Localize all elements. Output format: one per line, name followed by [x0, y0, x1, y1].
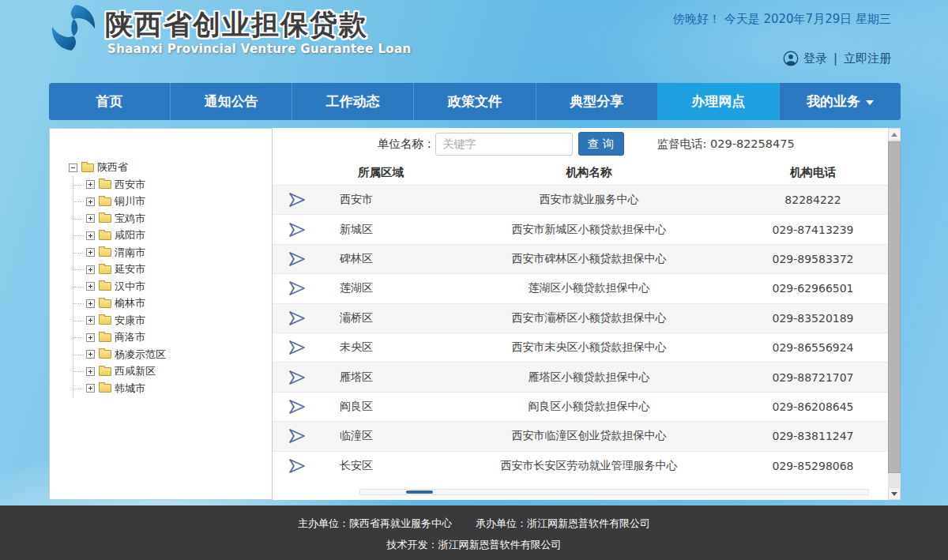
table-row[interactable]: 长安区 西安市长安区劳动就业管理服务中心 029-85298068	[273, 451, 888, 480]
vertical-scrollbar[interactable]	[888, 128, 901, 500]
tree-item[interactable]: 延安市	[86, 261, 272, 279]
arrow-right-icon[interactable]	[288, 458, 307, 474]
expand-icon[interactable]	[86, 265, 95, 274]
cell-region: 西安市	[322, 193, 440, 207]
login-link[interactable]: 登录	[803, 51, 827, 66]
table-row[interactable]: 雁塔区 雁塔区小额贷款担保中心 029-88721707	[273, 362, 888, 391]
nav-tab[interactable]: 工作动态	[292, 83, 413, 120]
cell-org-name: 西安市长安区劳动就业管理服务中心	[440, 459, 738, 473]
search-label: 单位名称：	[378, 137, 435, 152]
cell-org-name: 雁塔区小额贷款担保中心	[440, 370, 738, 385]
table-row[interactable]: 临潼区 西安市临潼区创业贷款担保中心 029-83811247	[273, 421, 888, 450]
expand-icon[interactable]	[86, 197, 95, 206]
chevron-down-icon	[866, 100, 874, 105]
folder-icon	[99, 265, 111, 274]
login-area: 登录 | 立即注册	[783, 51, 891, 66]
table-row[interactable]: 新城区 西安市新城区小额贷款担保中心 029-87413239	[273, 214, 888, 243]
folder-icon	[99, 299, 111, 308]
column-header-name: 机构名称	[440, 165, 738, 180]
expand-icon[interactable]	[86, 231, 95, 240]
folder-icon	[99, 350, 111, 359]
nav-tab[interactable]: 政策文件	[413, 83, 535, 120]
expand-icon[interactable]	[86, 299, 95, 308]
horizontal-scrollbar-thumb[interactable]	[406, 490, 433, 494]
arrow-right-icon[interactable]	[288, 399, 307, 415]
cell-phone: 029-83811247	[738, 430, 888, 442]
collapse-icon[interactable]	[69, 163, 77, 172]
tree-item[interactable]: 咸阳市	[86, 227, 272, 245]
main-nav: 首页 通知公告 工作动态 政策文件 典型分享 办理网点 我的业务	[49, 83, 901, 120]
register-link[interactable]: 立即注册	[844, 51, 891, 66]
table-row[interactable]: 未央区 西安市未央区小额贷款担保中心 029-86556924	[273, 333, 888, 362]
nav-tab[interactable]: 首页	[49, 83, 170, 120]
scroll-up-button[interactable]	[888, 128, 901, 141]
nav-tab-label: 我的业务	[807, 92, 860, 111]
nav-tab[interactable]: 通知公告	[170, 83, 292, 120]
expand-icon[interactable]	[86, 316, 95, 325]
arrow-right-icon[interactable]	[288, 428, 307, 444]
expand-icon[interactable]	[86, 350, 95, 359]
tree-item[interactable]: 韩城市	[86, 380, 272, 397]
tree-item[interactable]: 渭南市	[86, 244, 272, 261]
user-icon	[783, 51, 799, 66]
tree-item-label: 西安市	[115, 178, 145, 192]
cell-region: 灞桥区	[322, 311, 440, 325]
table-row[interactable]: 灞桥区 西安市灞桥区小额贷款担保中心 029-83520189	[273, 303, 888, 333]
table-row[interactable]: 西安市 西安市就业服务中心 82284222	[273, 185, 888, 214]
cell-phone: 029-86208645	[738, 400, 888, 413]
table-row[interactable]: 阎良区 阎良区小额贷款担保中心 029-86208645	[273, 392, 888, 421]
expand-icon[interactable]	[86, 248, 95, 257]
header: 陕西省创业担保贷款 Shaanxi Provincial Venture Gua…	[0, 0, 948, 83]
footer: 主办单位：陕西省再就业服务中心 承办单位：浙江网新恩普软件有限公司 技术开发：浙…	[0, 506, 948, 560]
horizontal-scrollbar[interactable]	[359, 489, 869, 495]
expand-icon[interactable]	[86, 367, 95, 376]
tree-item[interactable]: 宝鸡市	[86, 210, 272, 227]
search-bar: 单位名称： 查 询 监督电话: 029-82258475	[273, 128, 888, 160]
vertical-scrollbar-thumb[interactable]	[888, 141, 901, 473]
expand-icon[interactable]	[86, 282, 95, 291]
arrow-right-icon[interactable]	[288, 280, 307, 296]
expand-icon[interactable]	[86, 180, 95, 189]
tree-item-label: 安康市	[115, 314, 145, 328]
scroll-down-button[interactable]	[888, 487, 901, 500]
nav-tab[interactable]: 我的业务	[779, 83, 901, 120]
cell-phone: 029-88721707	[738, 371, 888, 384]
arrow-right-icon[interactable]	[288, 340, 307, 355]
tree-item[interactable]: 榆林市	[86, 295, 272, 313]
arrow-right-icon[interactable]	[288, 251, 307, 267]
tree-item[interactable]: 安康市	[86, 312, 272, 329]
tree-root-item[interactable]: 陕西省	[69, 159, 272, 176]
nav-tab[interactable]: 办理网点	[657, 83, 779, 120]
cell-org-name: 西安市未央区小额贷款担保中心	[440, 340, 738, 355]
cell-phone: 82284222	[738, 194, 888, 206]
nav-tab[interactable]: 典型分享	[536, 83, 657, 120]
cell-region: 碑林区	[322, 252, 440, 266]
search-input[interactable]	[435, 133, 573, 156]
cell-org-name: 西安市灞桥区小额贷款担保中心	[440, 311, 738, 325]
search-button[interactable]: 查 询	[578, 132, 624, 156]
arrow-right-icon[interactable]	[288, 370, 307, 385]
cell-region: 新城区	[322, 223, 440, 237]
tree-item[interactable]: 商洛市	[86, 329, 272, 347]
table-row[interactable]: 碑林区 西安市碑林区小额贷款担保中心 029-89583372	[273, 244, 888, 273]
branch-table-region: 单位名称： 查 询 监督电话: 029-82258475 所属区域 机构名称 机…	[273, 128, 888, 500]
folder-icon	[99, 316, 111, 325]
tree-item[interactable]: 西安市	[86, 176, 272, 194]
expand-icon[interactable]	[86, 384, 95, 393]
tree-item[interactable]: 铜川市	[86, 194, 272, 211]
tree-item[interactable]: 汉中市	[86, 278, 272, 295]
arrow-right-icon[interactable]	[288, 222, 307, 238]
triangle-down-icon	[891, 492, 897, 496]
footer-developer: 技术开发：浙江网新恩普软件有限公司	[0, 531, 948, 552]
footer-line1: 主办单位：陕西省再就业服务中心 承办单位：浙江网新恩普软件有限公司	[0, 506, 948, 531]
expand-icon[interactable]	[86, 214, 95, 223]
tree-item[interactable]: 杨凌示范区	[86, 346, 272, 363]
tree-item[interactable]: 西咸新区	[86, 363, 272, 381]
folder-icon	[99, 180, 111, 189]
expand-icon[interactable]	[86, 333, 95, 342]
triangle-up-icon	[891, 133, 897, 137]
table-row[interactable]: 莲湖区 莲湖区小额贷款担保中心 029-62966501	[273, 273, 888, 303]
arrow-right-icon[interactable]	[288, 310, 307, 326]
tree-item-label: 铜川市	[115, 194, 145, 209]
arrow-right-icon[interactable]	[288, 192, 307, 208]
